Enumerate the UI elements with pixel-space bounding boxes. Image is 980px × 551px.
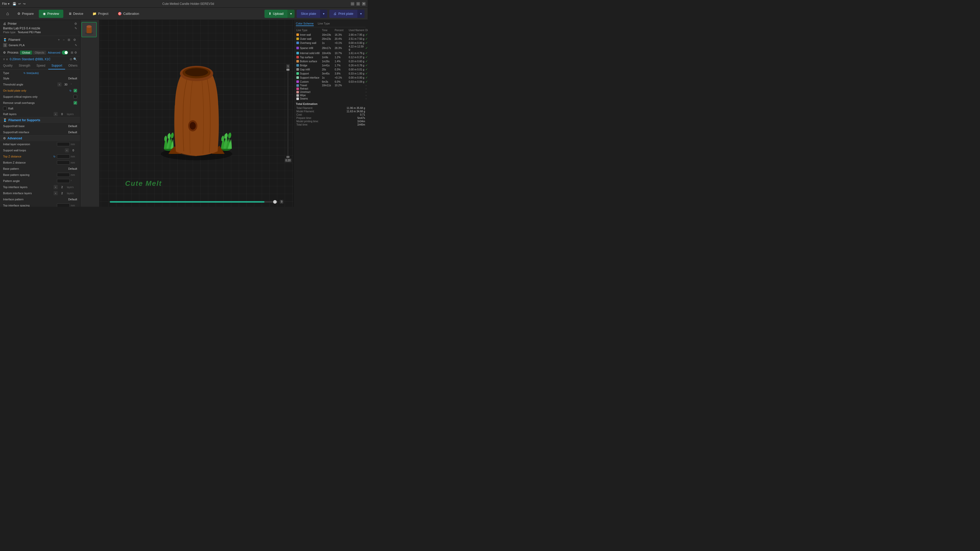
redo-icon[interactable]: ↪ [23, 2, 25, 6]
printer-settings-icon[interactable]: ⚙ [74, 22, 77, 25]
file-menu[interactable]: File [2, 2, 7, 6]
top-interface-spacing-input[interactable]: 0.5 [57, 203, 70, 207]
threshold-decrement[interactable]: ‹ [57, 83, 62, 87]
layer-slider-bottom-handle[interactable] [286, 156, 290, 158]
process-tab-global[interactable]: Global [20, 51, 32, 55]
remove-overhangs-checkbox[interactable]: ✓ [73, 101, 77, 105]
nav-calibration[interactable]: 🎯 Calibration [114, 10, 143, 18]
retract-display[interactable]: ○ [365, 87, 368, 90]
support-raft-interface-value[interactable]: Default [68, 131, 77, 134]
top-interface-layers-decrement[interactable]: ‹ [54, 185, 58, 189]
support-display[interactable]: ✓ [365, 72, 368, 75]
top-z-refresh[interactable]: ↻ [53, 155, 56, 158]
inner-wall-display[interactable]: ✓ [365, 33, 368, 37]
model-filament-label: Model Filament: [296, 110, 315, 113]
seams-display[interactable]: ○ [365, 97, 368, 100]
print-dropdown[interactable]: ▾ [357, 10, 364, 18]
nav-preview[interactable]: ◉ Preview [39, 10, 63, 18]
unretract-display[interactable]: ○ [365, 91, 368, 94]
top-z-dist-input[interactable]: 0.24 [57, 154, 70, 159]
titlebar-menu[interactable]: File ▾ [2, 2, 10, 6]
nav-device[interactable]: 🖥 Device [64, 10, 88, 18]
process-copy-icon[interactable]: ⊞ [71, 51, 73, 54]
advanced-toggle[interactable] [62, 51, 68, 55]
layer-slider-handle[interactable] [286, 69, 290, 71]
process-settings-icon[interactable]: ⚙ [74, 51, 77, 54]
interface-pattern-value[interactable]: Default [68, 198, 77, 201]
preset-expand-icon[interactable]: ∨ [6, 57, 8, 61]
tab-support[interactable]: Support [48, 62, 65, 70]
slice-dropdown[interactable]: ▾ [320, 10, 327, 18]
close-button[interactable]: ✕ [362, 2, 366, 6]
print-button[interactable]: 🖨 Print plate [329, 10, 357, 18]
custom-used: 0.03 m 0.09 g [349, 80, 365, 83]
support-raft-base-value[interactable]: Default [68, 125, 77, 128]
3d-viewport[interactable]: Cute Melt 1 0.20 9 [100, 20, 294, 207]
window-controls: — □ ✕ [351, 2, 366, 6]
tab-strength[interactable]: Strength [16, 62, 33, 70]
preview-icon: ◉ [43, 12, 46, 16]
on-build-plate-refresh[interactable]: ↻ [70, 89, 72, 92]
support-wall-loops-decrement[interactable]: ‹ [65, 148, 69, 152]
home-button[interactable]: ⌂ [3, 9, 12, 18]
pattern-angle-input[interactable]: 0 [57, 179, 70, 183]
base-pattern-value[interactable]: Default [68, 167, 77, 170]
sparse-infill-display[interactable]: ✓ [365, 46, 368, 50]
maximize-button[interactable]: □ [356, 2, 360, 6]
filament-edit-icon[interactable]: ✎ [75, 44, 77, 47]
quality-tabs: Quality Strength Speed Support Others [0, 62, 80, 70]
tab-quality[interactable]: Quality [0, 62, 16, 70]
on-build-plate-checkbox[interactable]: ✓ [73, 89, 77, 92]
support-interface-display[interactable]: ✓ [365, 76, 368, 79]
preset-search-icon[interactable]: 🔍 [73, 57, 77, 61]
layer-slider-track[interactable] [288, 69, 288, 158]
stats-tab-line-type[interactable]: Line Type [318, 22, 330, 26]
filament-remove[interactable]: − [62, 38, 65, 42]
slice-button[interactable]: Slice plate [297, 10, 320, 18]
printer-edit-icon[interactable]: ✎ [75, 27, 77, 30]
filament-settings[interactable]: ⚙ [72, 38, 77, 42]
outer-wall-display[interactable]: ✓ [365, 37, 368, 41]
bottom-interface-layers-decrement[interactable]: ‹ [54, 191, 58, 195]
upload-dropdown[interactable]: ▾ [288, 10, 294, 18]
bridge-display[interactable]: ✓ [365, 64, 368, 67]
undo-icon[interactable]: ↩ [18, 2, 21, 6]
filament-name[interactable]: Generic PLA [9, 44, 24, 47]
process-tab-objects[interactable]: Objects [33, 51, 46, 55]
raft-checkbox[interactable] [3, 107, 6, 110]
preset-name[interactable]: 0.20mm Standard @BBL X1C [10, 57, 68, 61]
style-value[interactable]: Default [68, 77, 77, 80]
bottom-z-dist-input[interactable]: 0.2 [57, 160, 70, 165]
wipe-display[interactable]: ○ [365, 94, 368, 97]
custom-display[interactable]: ✓ [365, 80, 368, 83]
gap-infill-display[interactable]: ✓ [365, 68, 368, 71]
type-value[interactable]: tree(auto) [27, 71, 39, 75]
h-slider-thumb[interactable] [273, 200, 277, 204]
minimize-button[interactable]: — [351, 2, 354, 6]
initial-layer-exp-input[interactable]: 2 [57, 142, 70, 146]
internal-solid-display[interactable]: ✓ [365, 51, 368, 55]
nav-prepare[interactable]: ⚙ Prepare [13, 10, 38, 18]
type-refresh-icon[interactable]: ↻ [24, 72, 25, 75]
upload-button[interactable]: ⬆ Upload [264, 10, 288, 18]
overhang-wall-display[interactable]: ✓ [365, 41, 368, 44]
dropdown-arrow[interactable]: ▾ [8, 2, 10, 6]
critical-regions-checkbox[interactable] [73, 95, 77, 98]
raft-layers-decrement[interactable]: ‹ [54, 112, 58, 116]
filament-copy[interactable]: ⊞ [67, 38, 71, 42]
travel-display[interactable]: ○ [365, 84, 368, 87]
filament-add[interactable]: + [57, 38, 61, 42]
top-surface-display[interactable]: ✓ [365, 56, 368, 59]
preset-save-icon[interactable]: ⊙ [70, 57, 72, 61]
stats-tab-color-scheme[interactable]: Color Scheme [296, 22, 314, 26]
plate-type-value[interactable]: Textured PEI Plate [18, 31, 41, 34]
bottom-surface-display[interactable]: ✓ [365, 59, 368, 63]
save-icon[interactable]: 💾 [13, 2, 16, 6]
nav-project[interactable]: 📁 Project [88, 10, 112, 18]
col-display: Display [365, 29, 368, 32]
tab-speed[interactable]: Speed [33, 62, 48, 70]
base-pattern-spacing-input[interactable]: 2.5 [57, 173, 70, 177]
tab-others[interactable]: Others [65, 62, 80, 70]
h-slider-track[interactable] [110, 201, 278, 203]
thumbnail-item[interactable] [81, 22, 97, 37]
